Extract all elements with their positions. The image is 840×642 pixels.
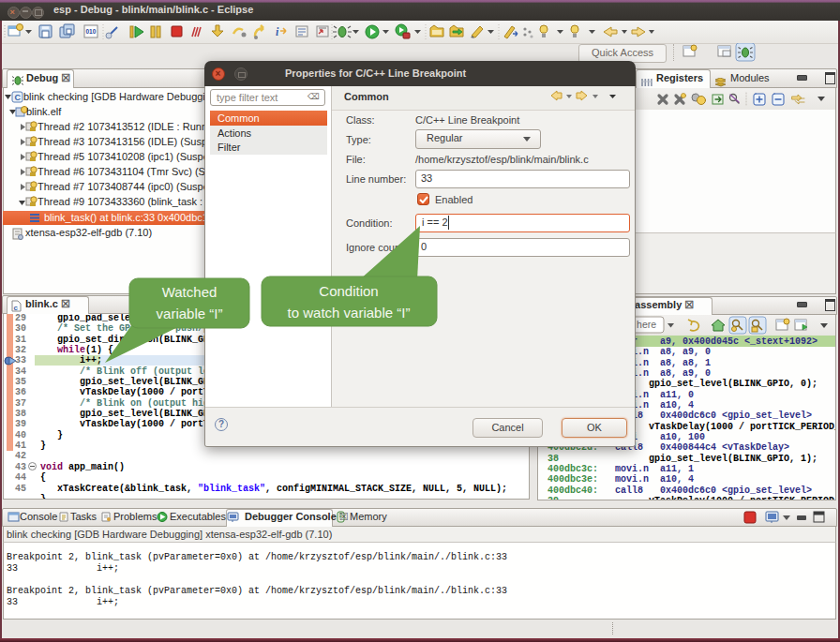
svg-text:to watch variable “I”: to watch variable “I” xyxy=(288,305,411,321)
svg-text:variable “I”: variable “I” xyxy=(157,306,223,321)
svg-text:Condition: Condition xyxy=(319,283,378,299)
svg-text:Watched: Watched xyxy=(162,284,218,300)
